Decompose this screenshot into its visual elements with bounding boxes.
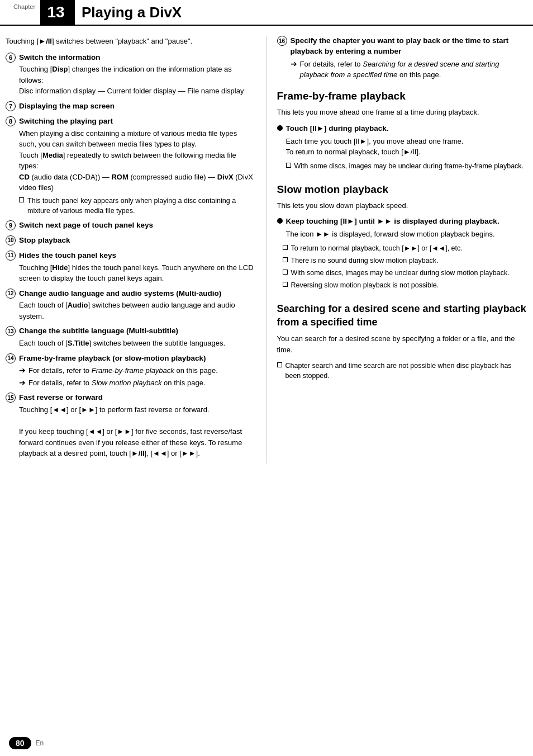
sq-bullet-slow2 xyxy=(283,257,288,262)
item-10-number: 10 xyxy=(6,235,16,245)
searching-intro: You can search for a desired scene by sp… xyxy=(277,333,528,355)
item-15-title: Fast reverse or forward xyxy=(19,393,256,403)
item-11-title: Hides the touch panel keys xyxy=(19,251,256,261)
item-10: 10 Stop playback xyxy=(6,235,256,246)
ref-arrow: ➔ xyxy=(19,366,26,375)
page-header: Chapter 13 Playing a DivX xyxy=(0,0,533,26)
item-13-number: 13 xyxy=(6,326,16,336)
lang-label: En xyxy=(36,739,44,747)
frame-note-text: With some discs, images may be unclear d… xyxy=(294,161,524,171)
item-13: 13 Change the subtitle language (Multi-s… xyxy=(6,326,256,348)
item-8-number: 8 xyxy=(6,116,16,126)
frame-by-frame-intro: This lets you move ahead one frame at a … xyxy=(277,107,528,118)
item-15-number: 15 xyxy=(6,393,16,403)
item-9: 9 Switch next page of touch panel keys xyxy=(6,220,256,231)
item-14: 14 Frame-by-frame playback (or slow-moti… xyxy=(6,353,256,389)
item-9-title: Switch next page of touch panel keys xyxy=(19,220,256,231)
right-column: 16 Specify the chapter you want to play … xyxy=(267,36,528,464)
item-8-title: Switching the playing part xyxy=(19,116,256,127)
item-7-title: Displaying the map screen xyxy=(19,101,256,112)
item-13-title: Change the subtitle language (Multi-subt… xyxy=(19,326,256,337)
sq-bullet xyxy=(19,197,24,202)
left-column: Touching [►/II] switches between "playba… xyxy=(6,36,267,464)
item-6: 6 Switch the information Touching [Disp]… xyxy=(6,53,256,97)
item-10-title: Stop playback xyxy=(19,235,256,246)
content-area: Touching [►/II] switches between "playba… xyxy=(0,36,533,464)
page-container: Chapter 13 Playing a DivX Touching [►/II… xyxy=(0,0,533,756)
slow-motion-intro: This lets you slow down playback speed. xyxy=(277,200,528,211)
item-13-body: Each touch of [S.Title] switches between… xyxy=(19,338,256,349)
section-frame-by-frame: Frame-by-frame playback This lets you mo… xyxy=(277,90,528,171)
item-6-body: Touching [Disp] changes the indication o… xyxy=(19,64,256,97)
frame-dot-body: Each time you touch [II►], you move ahea… xyxy=(286,136,464,158)
item-12-number: 12 xyxy=(6,289,16,299)
item-11: 11 Hides the touch panel keys Touching [… xyxy=(6,251,256,284)
frame-dot-label: Touch [II►] during playback. xyxy=(286,124,464,134)
section-searching: Searching for a desired scene and starti… xyxy=(277,303,528,381)
section-slow-motion: Slow motion playback This lets you slow … xyxy=(277,183,528,290)
item-7: 7 Displaying the map screen xyxy=(6,101,256,112)
item-12-title: Change audio language and audio systems … xyxy=(19,289,256,299)
sq-bullet-search xyxy=(277,362,282,367)
item-12: 12 Change audio language and audio syste… xyxy=(6,289,256,322)
chapter-title: Playing a DivX xyxy=(75,0,533,25)
ref-arrow-16: ➔ xyxy=(291,59,297,68)
item-14-title: Frame-by-frame playback (or slow-motion … xyxy=(19,353,256,364)
slow-dot-item: Keep touching [II►] until ►► is displaye… xyxy=(277,216,528,239)
item-14-ref2: ➔ For details, refer to Slow motion play… xyxy=(19,378,256,389)
frame-dot-item: Touch [II►] during playback. Each time y… xyxy=(277,124,528,158)
item-15: 15 Fast reverse or forward Touching [◄◄]… xyxy=(6,393,256,459)
ref-arrow-2: ➔ xyxy=(19,378,26,387)
chapter-label: Chapter xyxy=(7,1,40,10)
item-8-note: This touch panel key appears only when p… xyxy=(19,196,256,216)
dot-icon-slow xyxy=(277,218,283,224)
slow-dot-label: Keep touching [II►] until ►► is displaye… xyxy=(286,216,499,227)
item-11-number: 11 xyxy=(6,251,16,261)
sq-bullet-slow4 xyxy=(283,282,288,287)
sq-bullet-slow3 xyxy=(283,270,288,275)
item-6-number: 6 xyxy=(6,53,16,63)
slow-dot-body: The icon ►► is displayed, forward slow m… xyxy=(286,229,499,240)
item-14-ref1: ➔ For details, refer to Frame-by-frame p… xyxy=(19,366,256,376)
item-8-body: When playing a disc containing a mixture… xyxy=(19,128,256,193)
item-8: 8 Switching the playing part When playin… xyxy=(6,116,256,216)
slow-note-1: To return to normal playback, touch [►►]… xyxy=(283,243,528,253)
item-12-body: Each touch of [Audio] switches between a… xyxy=(19,300,256,322)
item-7-number: 7 xyxy=(6,101,16,111)
frame-note: With some discs, images may be unclear d… xyxy=(277,161,528,171)
page-footer: 80 En xyxy=(0,737,533,749)
item-14-number: 14 xyxy=(6,353,16,363)
item-9-number: 9 xyxy=(6,220,16,230)
sq-bullet-frame xyxy=(286,163,291,168)
item-6-title: Switch the information xyxy=(19,53,256,63)
sq-bullet-slow1 xyxy=(283,245,288,250)
intro-text: Touching [►/II] switches between "playba… xyxy=(6,36,256,47)
slow-note-3: With some discs, images may be unclear d… xyxy=(283,268,528,278)
item-16-number: 16 xyxy=(277,36,287,46)
searching-note: Chapter search and time search are not p… xyxy=(277,361,528,381)
searching-title: Searching for a desired scene and starti… xyxy=(277,303,528,329)
slow-note-2: There is no sound during slow motion pla… xyxy=(283,256,528,266)
slow-motion-title: Slow motion playback xyxy=(277,183,528,196)
item-15-body: Touching [◄◄] or [►►] to perform fast re… xyxy=(19,404,256,459)
slow-notes: To return to normal playback, touch [►►]… xyxy=(277,243,528,291)
item-16-ref: ➔ For details, refer to Searching for a … xyxy=(291,59,528,81)
item-16: 16 Specify the chapter you want to play … xyxy=(277,36,528,80)
dot-icon xyxy=(277,125,283,131)
item-11-body: Touching [Hide] hides the touch panel ke… xyxy=(19,262,256,284)
frame-by-frame-title: Frame-by-frame playback xyxy=(277,90,528,102)
item-16-title: Specify the chapter you want to play bac… xyxy=(291,36,528,57)
chapter-number: 13 xyxy=(40,0,75,25)
page-number: 80 xyxy=(9,737,31,749)
slow-note-4: Reversing slow motion playback is not po… xyxy=(283,280,528,290)
